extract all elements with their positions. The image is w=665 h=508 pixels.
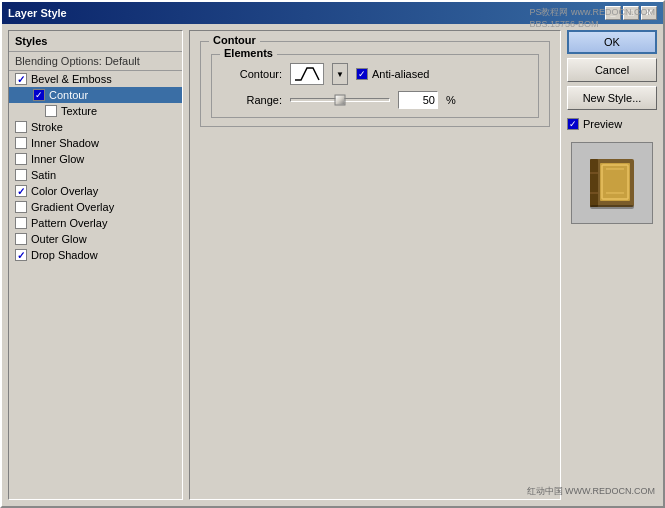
satin-checkbox[interactable] (15, 169, 27, 181)
styles-header: Styles (9, 31, 182, 52)
contour-section: Contour Elements Contour: ▼ (200, 41, 550, 127)
gradient-overlay-checkbox[interactable] (15, 201, 27, 213)
contour-preview[interactable] (290, 63, 324, 85)
preview-image (582, 153, 642, 213)
color-overlay-checkbox[interactable] (15, 185, 27, 197)
pattern-overlay-checkbox[interactable] (15, 217, 27, 229)
sidebar-item-contour[interactable]: Contour (9, 87, 182, 103)
range-value-input[interactable] (398, 91, 438, 109)
anti-alias-row: Anti-aliased (356, 68, 429, 80)
inner-glow-label: Inner Glow (31, 153, 84, 165)
svg-rect-8 (590, 205, 634, 209)
svg-rect-1 (590, 159, 598, 207)
contour-field-label: Contour: (222, 68, 282, 80)
elements-subsection: Elements Contour: ▼ Anti-aliased (211, 54, 539, 118)
range-slider-thumb[interactable] (335, 95, 346, 106)
contour-section-title: Contour (209, 34, 260, 46)
elements-subsection-title: Elements (220, 47, 277, 59)
preview-label: Preview (583, 118, 622, 130)
left-panel: Styles Blending Options: Default Bevel &… (8, 30, 183, 500)
dialog-title: Layer Style (8, 7, 67, 19)
stroke-label: Stroke (31, 121, 63, 133)
range-slider-track (290, 98, 390, 102)
texture-checkbox[interactable] (45, 105, 57, 117)
texture-label: Texture (61, 105, 97, 117)
sidebar-item-inner-shadow[interactable]: Inner Shadow (9, 135, 182, 151)
blending-options-label[interactable]: Blending Options: Default (9, 52, 182, 71)
satin-label: Satin (31, 169, 56, 181)
watermark-top: PS教程网 www.REDOCN.COM BBS.15756-BOM (529, 6, 655, 29)
layer-style-dialog: Layer Style _ □ ✕ Styles Blending Option… (0, 0, 665, 508)
sidebar-item-inner-glow[interactable]: Inner Glow (9, 151, 182, 167)
preview-box (571, 142, 653, 224)
range-slider[interactable] (290, 92, 390, 108)
sidebar-item-color-overlay[interactable]: Color Overlay (9, 183, 182, 199)
range-percent-label: % (446, 94, 456, 106)
outer-glow-checkbox[interactable] (15, 233, 27, 245)
color-overlay-label: Color Overlay (31, 185, 98, 197)
preview-checkbox[interactable] (567, 118, 579, 130)
anti-alias-checkbox[interactable] (356, 68, 368, 80)
preview-row: Preview (567, 118, 657, 130)
sidebar-item-bevel-emboss[interactable]: Bevel & Emboss (9, 71, 182, 87)
range-row: Range: % (222, 91, 528, 109)
anti-alias-label: Anti-aliased (372, 68, 429, 80)
stroke-checkbox[interactable] (15, 121, 27, 133)
outer-glow-label: Outer Glow (31, 233, 87, 245)
gradient-overlay-label: Gradient Overlay (31, 201, 114, 213)
contour-label: Contour (49, 89, 88, 101)
bevel-emboss-checkbox[interactable] (15, 73, 27, 85)
contour-dropdown-arrow[interactable]: ▼ (332, 63, 348, 85)
contour-field-row: Contour: ▼ Anti-aliased (222, 63, 528, 85)
sidebar-item-texture[interactable]: Texture (9, 103, 182, 119)
inner-glow-checkbox[interactable] (15, 153, 27, 165)
contour-checkbox[interactable] (33, 89, 45, 101)
sidebar-item-stroke[interactable]: Stroke (9, 119, 182, 135)
sidebar-item-gradient-overlay[interactable]: Gradient Overlay (9, 199, 182, 215)
watermark-bottom: 红动中国 WWW.REDOCN.COM (527, 485, 656, 498)
new-style-button[interactable]: New Style... (567, 86, 657, 110)
styles-list: Bevel & Emboss Contour Texture Stroke (9, 71, 182, 499)
right-panel: OK Cancel New Style... Preview (567, 30, 657, 500)
dialog-body: Styles Blending Options: Default Bevel &… (2, 24, 663, 506)
sidebar-item-pattern-overlay[interactable]: Pattern Overlay (9, 215, 182, 231)
inner-shadow-checkbox[interactable] (15, 137, 27, 149)
contour-curve-icon (293, 66, 321, 82)
main-panel: Contour Elements Contour: ▼ (189, 30, 561, 500)
sidebar-item-outer-glow[interactable]: Outer Glow (9, 231, 182, 247)
cancel-button[interactable]: Cancel (567, 58, 657, 82)
sidebar-item-drop-shadow[interactable]: Drop Shadow (9, 247, 182, 263)
bevel-emboss-label: Bevel & Emboss (31, 73, 112, 85)
ok-button[interactable]: OK (567, 30, 657, 54)
pattern-overlay-label: Pattern Overlay (31, 217, 107, 229)
drop-shadow-label: Drop Shadow (31, 249, 98, 261)
drop-shadow-checkbox[interactable] (15, 249, 27, 261)
sidebar-item-satin[interactable]: Satin (9, 167, 182, 183)
range-label: Range: (222, 94, 282, 106)
inner-shadow-label: Inner Shadow (31, 137, 99, 149)
